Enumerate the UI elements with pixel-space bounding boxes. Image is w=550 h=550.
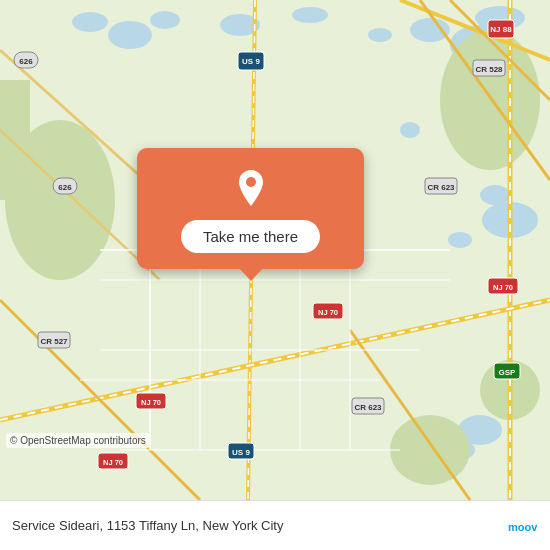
svg-text:US 9: US 9 bbox=[232, 448, 250, 457]
bottom-bar: Service Sideari, 1153 Tiffany Ln, New Yo… bbox=[0, 500, 550, 550]
map-attribution: © OpenStreetMap contributors bbox=[6, 433, 150, 448]
svg-point-9 bbox=[108, 21, 152, 49]
take-me-there-button[interactable]: Take me there bbox=[181, 220, 320, 253]
svg-text:NJ 70: NJ 70 bbox=[318, 308, 338, 317]
svg-point-2 bbox=[410, 18, 450, 42]
moovit-logo-icon: moovit bbox=[508, 514, 538, 538]
svg-text:CR 527: CR 527 bbox=[40, 337, 68, 346]
location-pin-icon bbox=[229, 166, 273, 210]
svg-point-71 bbox=[246, 177, 256, 187]
svg-point-10 bbox=[150, 11, 180, 29]
svg-point-13 bbox=[368, 28, 392, 42]
popup-card: Take me there bbox=[137, 148, 364, 269]
svg-point-5 bbox=[480, 185, 510, 205]
svg-text:GSP: GSP bbox=[499, 368, 517, 377]
svg-text:NJ 70: NJ 70 bbox=[103, 458, 123, 467]
svg-text:US 9: US 9 bbox=[242, 57, 260, 66]
svg-text:CR 528: CR 528 bbox=[475, 65, 503, 74]
svg-rect-20 bbox=[0, 80, 30, 200]
moovit-logo: moovit bbox=[508, 514, 538, 538]
svg-text:626: 626 bbox=[19, 57, 33, 66]
svg-point-8 bbox=[72, 12, 108, 32]
svg-text:moovit: moovit bbox=[508, 521, 538, 533]
svg-text:626: 626 bbox=[58, 183, 72, 192]
svg-text:CR 623: CR 623 bbox=[427, 183, 455, 192]
svg-point-6 bbox=[448, 232, 472, 248]
svg-point-7 bbox=[400, 122, 420, 138]
svg-text:CR 623: CR 623 bbox=[354, 403, 382, 412]
svg-text:NJ 88: NJ 88 bbox=[490, 25, 512, 34]
svg-text:NJ 70: NJ 70 bbox=[141, 398, 161, 407]
address-text: Service Sideari, 1153 Tiffany Ln, New Yo… bbox=[12, 518, 283, 533]
map-container[interactable]: US 9 NJ 88 626 626 CR 528 CR 623 CR 623 … bbox=[0, 0, 550, 500]
svg-text:NJ 70: NJ 70 bbox=[493, 283, 513, 292]
svg-point-12 bbox=[292, 7, 328, 23]
svg-point-18 bbox=[390, 415, 470, 485]
